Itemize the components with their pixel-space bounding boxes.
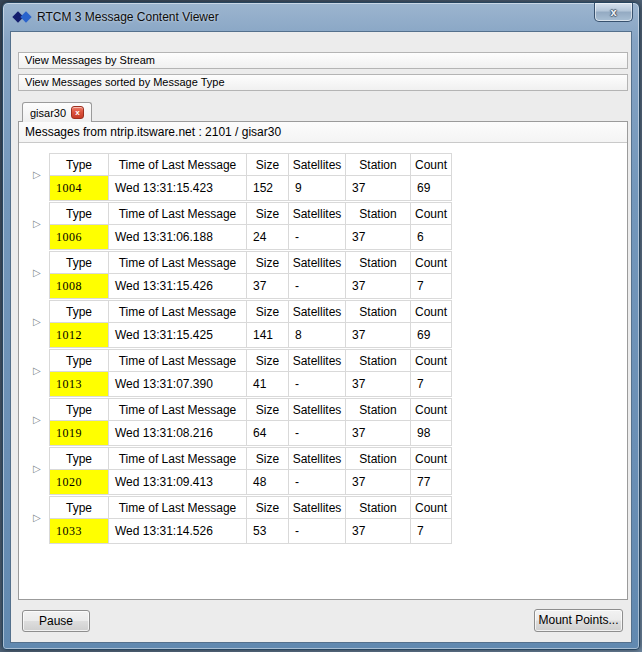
column-header-satellites[interactable]: Satellites — [289, 350, 346, 372]
message-table: TypeTime of Last MessageSizeSatellitesSt… — [49, 300, 452, 348]
column-header-type[interactable]: Type — [50, 448, 109, 470]
expander-icon[interactable]: ▷ — [33, 219, 41, 229]
message-table: TypeTime of Last MessageSizeSatellitesSt… — [49, 153, 452, 201]
type-cell: 1012 — [50, 323, 109, 348]
data-cell: - — [289, 372, 346, 397]
column-header-size[interactable]: Size — [247, 203, 289, 225]
column-header-count[interactable]: Count — [411, 497, 452, 519]
mount-points-button[interactable]: Mount Points... — [534, 609, 623, 632]
column-header-size[interactable]: Size — [247, 154, 289, 176]
type-cell: 1004 — [50, 176, 109, 201]
column-header-count[interactable]: Count — [411, 203, 452, 225]
column-header-size[interactable]: Size — [247, 497, 289, 519]
column-header-time-of-last-message[interactable]: Time of Last Message — [109, 399, 247, 421]
data-cell: - — [289, 225, 346, 250]
message-table: TypeTime of Last MessageSizeSatellitesSt… — [49, 496, 452, 544]
column-header-size[interactable]: Size — [247, 399, 289, 421]
column-header-count[interactable]: Count — [411, 154, 452, 176]
column-header-satellites[interactable]: Satellites — [289, 203, 346, 225]
message-block: ▷TypeTime of Last MessageSizeSatellitesS… — [49, 300, 627, 348]
type-cell: 1020 — [50, 470, 109, 495]
column-header-type[interactable]: Type — [50, 252, 109, 274]
message-table: TypeTime of Last MessageSizeSatellitesSt… — [49, 447, 452, 495]
column-header-count[interactable]: Count — [411, 399, 452, 421]
column-header-satellites[interactable]: Satellites — [289, 448, 346, 470]
message-table: TypeTime of Last MessageSizeSatellitesSt… — [49, 251, 452, 299]
column-header-station[interactable]: Station — [346, 497, 411, 519]
tab-close-icon[interactable]: x — [71, 106, 84, 119]
expander-icon[interactable]: ▷ — [33, 513, 41, 523]
column-header-time-of-last-message[interactable]: Time of Last Message — [109, 497, 247, 519]
data-cell: 37 — [247, 274, 289, 299]
expander-icon[interactable]: ▷ — [33, 268, 41, 278]
column-header-satellites[interactable]: Satellites — [289, 399, 346, 421]
column-header-type[interactable]: Type — [50, 399, 109, 421]
data-cell: 9 — [289, 176, 346, 201]
data-cell: Wed 13:31:15.426 — [109, 274, 247, 299]
data-cell: Wed 13:31:15.425 — [109, 323, 247, 348]
data-cell: 24 — [247, 225, 289, 250]
expander-icon[interactable]: ▷ — [33, 170, 41, 180]
diamond-right-icon — [20, 11, 31, 22]
column-header-count[interactable]: Count — [411, 448, 452, 470]
column-header-time-of-last-message[interactable]: Time of Last Message — [109, 203, 247, 225]
column-header-time-of-last-message[interactable]: Time of Last Message — [109, 154, 247, 176]
tab-page: Messages from ntrip.itsware.net : 2101 /… — [18, 121, 628, 600]
column-header-satellites[interactable]: Satellites — [289, 154, 346, 176]
column-header-satellites[interactable]: Satellites — [289, 252, 346, 274]
column-header-time-of-last-message[interactable]: Time of Last Message — [109, 252, 247, 274]
data-cell: 37 — [346, 323, 411, 348]
column-header-type[interactable]: Type — [50, 497, 109, 519]
column-header-count[interactable]: Count — [411, 301, 452, 323]
data-cell: 69 — [411, 323, 452, 348]
message-block: ▷TypeTime of Last MessageSizeSatellitesS… — [49, 349, 627, 397]
column-header-count[interactable]: Count — [411, 252, 452, 274]
panel-view-sorted-by-type[interactable]: View Messages sorted by Message Type — [18, 74, 628, 91]
titlebar[interactable]: RTCM 3 Message Content Viewer x — [3, 3, 639, 31]
column-header-station[interactable]: Station — [346, 154, 411, 176]
expander-icon[interactable]: ▷ — [33, 464, 41, 474]
column-header-time-of-last-message[interactable]: Time of Last Message — [109, 448, 247, 470]
data-cell: 53 — [247, 519, 289, 544]
data-cell: 48 — [247, 470, 289, 495]
column-header-type[interactable]: Type — [50, 350, 109, 372]
column-header-satellites[interactable]: Satellites — [289, 301, 346, 323]
column-header-station[interactable]: Station — [346, 350, 411, 372]
column-header-station[interactable]: Station — [346, 448, 411, 470]
column-header-size[interactable]: Size — [247, 448, 289, 470]
expander-icon[interactable]: ▷ — [33, 415, 41, 425]
column-header-type[interactable]: Type — [50, 203, 109, 225]
data-cell: 37 — [346, 176, 411, 201]
type-cell: 1019 — [50, 421, 109, 446]
column-header-count[interactable]: Count — [411, 350, 452, 372]
column-header-type[interactable]: Type — [50, 301, 109, 323]
window-close-button[interactable]: x — [594, 3, 633, 22]
data-cell: Wed 13:31:15.423 — [109, 176, 247, 201]
column-header-size[interactable]: Size — [247, 252, 289, 274]
expander-icon[interactable]: ▷ — [33, 366, 41, 376]
column-header-satellites[interactable]: Satellites — [289, 497, 346, 519]
data-cell: Wed 13:31:08.216 — [109, 421, 247, 446]
message-block: ▷TypeTime of Last MessageSizeSatellitesS… — [49, 202, 627, 250]
column-header-station[interactable]: Station — [346, 399, 411, 421]
data-cell: 152 — [247, 176, 289, 201]
panel-view-by-stream[interactable]: View Messages by Stream — [18, 52, 628, 69]
column-header-size[interactable]: Size — [247, 350, 289, 372]
expander-icon[interactable]: ▷ — [33, 317, 41, 327]
message-block: ▷TypeTime of Last MessageSizeSatellitesS… — [49, 251, 627, 299]
data-cell: Wed 13:31:06.188 — [109, 225, 247, 250]
data-cell: 7 — [411, 372, 452, 397]
message-table: TypeTime of Last MessageSizeSatellitesSt… — [49, 349, 452, 397]
column-header-time-of-last-message[interactable]: Time of Last Message — [109, 301, 247, 323]
column-header-size[interactable]: Size — [247, 301, 289, 323]
type-cell: 1006 — [50, 225, 109, 250]
column-header-time-of-last-message[interactable]: Time of Last Message — [109, 350, 247, 372]
tab-gisar30[interactable]: gisar30 x — [22, 102, 92, 122]
message-table: TypeTime of Last MessageSizeSatellitesSt… — [49, 202, 452, 250]
column-header-station[interactable]: Station — [346, 301, 411, 323]
column-header-station[interactable]: Station — [346, 203, 411, 225]
data-cell: 37 — [346, 470, 411, 495]
pause-button[interactable]: Pause — [22, 610, 90, 632]
column-header-station[interactable]: Station — [346, 252, 411, 274]
column-header-type[interactable]: Type — [50, 154, 109, 176]
